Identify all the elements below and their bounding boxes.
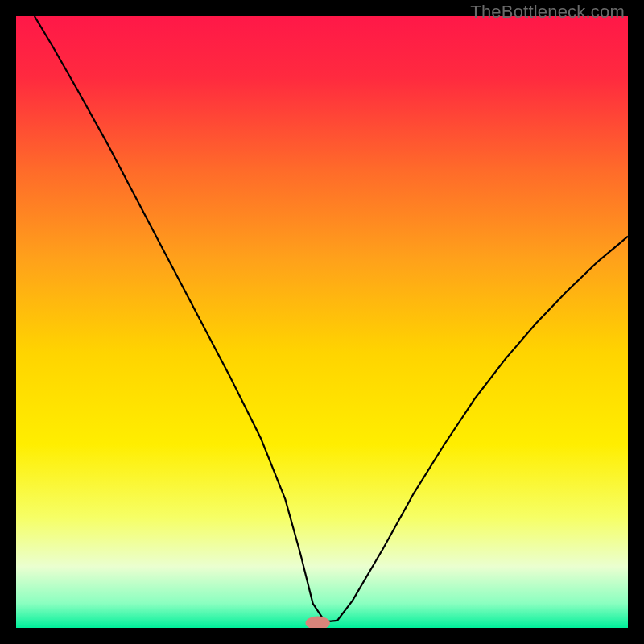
watermark-text: TheBottleneck.com bbox=[470, 2, 625, 23]
chart-frame bbox=[16, 16, 628, 628]
bottleneck-chart bbox=[16, 16, 628, 628]
